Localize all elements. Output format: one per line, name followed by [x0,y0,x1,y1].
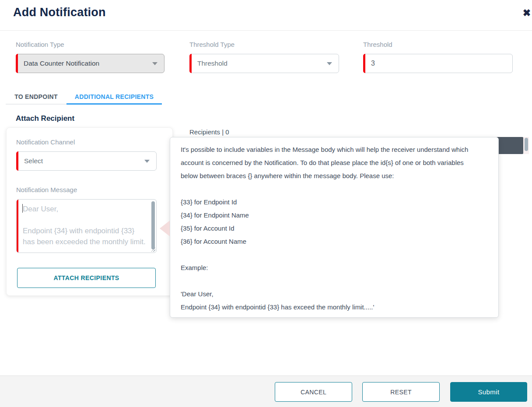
tab-label: ADDITIONAL RECIPIENTS [75,93,154,100]
reset-button[interactable]: RESET [362,382,440,402]
required-marker [189,54,192,73]
chevron-down-icon [327,62,332,65]
chevron-down-icon [152,62,158,65]
dialog-footer: CANCEL RESET Submit [0,375,532,407]
recipients-count-label: Recipients | 0 [189,128,229,136]
header-divider [0,30,532,31]
tooltip-line: Endpoint {34} with endpointid {33} has e… [181,301,493,314]
tab-additional-recipients[interactable]: ADDITIONAL RECIPIENTS [66,90,162,105]
cancel-button[interactable]: CANCEL [275,382,352,402]
add-notification-dialog: Add Notification ✖ Notification Type Dat… [0,0,532,407]
required-marker [16,54,18,73]
message-variables-tooltip: It's possible to include variables in th… [170,137,499,318]
page-title: Add Notification [13,6,106,19]
text-cursor [22,204,23,213]
tooltip-line: It's possible to include variables in th… [181,143,493,156]
attach-recipients-button[interactable]: ATTACH RECIPIENTS [17,268,156,288]
threshold-label: Threshold [363,41,392,48]
required-marker [16,151,18,171]
notification-type-select[interactable]: Data Counter Notification [16,54,164,73]
tooltip-line: {36} for Account Name [181,235,493,248]
threshold-input[interactable] [363,54,513,73]
textarea-scrollbar[interactable] [151,201,155,249]
threshold-type-select[interactable]: Threshold [189,54,339,73]
notification-type-label: Notification Type [16,41,64,48]
submit-button[interactable]: Submit [450,382,527,402]
close-icon[interactable]: ✖ [521,7,532,19]
notification-channel-label: Notification Channel [16,138,75,146]
tooltip-line: 'Dear User, [181,288,493,301]
threshold-type-label: Threshold Type [189,41,234,48]
tooltip-line [181,248,493,261]
required-marker [16,199,18,253]
notification-message-label: Notification Message [16,186,77,193]
notification-channel-select[interactable]: Select [16,151,157,171]
notification-message-textarea[interactable] [17,200,156,253]
tooltip-line [181,182,493,196]
tab-label: TO ENDPOINT [14,93,58,100]
threshold-type-value: Threshold [197,60,228,67]
tab-to-endpoint[interactable]: TO ENDPOINT [6,90,66,105]
tooltip-line: {35} for Account Id [181,222,493,235]
required-marker [363,54,365,73]
tooltip-line: below between braces {} anywhere within … [181,169,493,182]
recipients-scrollbar-thumb[interactable] [525,138,528,151]
chevron-down-icon [144,160,150,163]
tooltip-line: {33} for Endpoint Id [181,196,493,209]
notification-message-box [16,199,157,253]
attach-recipient-heading: Attach Recipient [16,114,74,123]
tooltip-line: Example: [181,261,493,274]
tooltip-line [181,274,493,288]
notification-type-value: Data Counter Notification [24,60,99,67]
attach-recipient-card: Notification Channel Select Notification… [6,127,173,296]
tooltip-line: {34} for Endpoint Name [181,209,493,222]
notification-channel-value: Select [24,157,43,165]
tooltip-line: account is concerned by the Notification… [181,156,493,169]
tooltip-arrow [160,221,170,236]
resize-handle-icon[interactable] [151,248,155,252]
